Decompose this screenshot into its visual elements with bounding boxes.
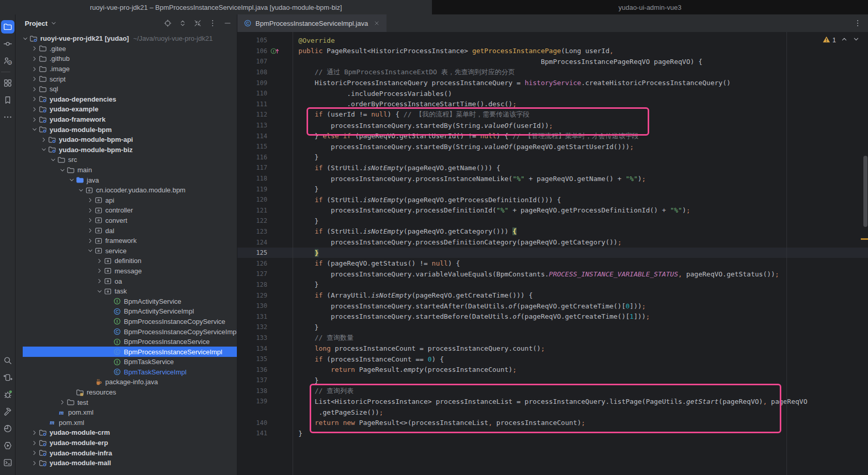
code-line-140[interactable]: 140 return new PageResult<>(processInsta… <box>237 417 868 428</box>
build-icon[interactable] <box>1 405 14 418</box>
profiler-icon[interactable] <box>1 422 14 435</box>
code-line-132[interactable]: 132 } <box>237 322 868 333</box>
tree-item-yudao-framework[interactable]: yudao-framework <box>15 114 237 125</box>
tree-item-bpmtaskservice[interactable]: IBpmTaskService <box>15 357 237 367</box>
code-line-124[interactable]: 124 processInstanceQuery.processDefiniti… <box>237 237 868 248</box>
chevron-down-icon[interactable] <box>50 20 57 27</box>
code-line-134[interactable]: 134 long processInstanceCount = processI… <box>237 343 868 354</box>
tree-item-bpmprocessinstanceserviceimpl[interactable]: CBpmProcessInstanceServiceImpl <box>15 347 237 357</box>
pull-requests-icon[interactable]: ? <box>1 54 14 68</box>
code-line-108[interactable]: 108 // 通过 BpmProcessInstanceExtDO 表，先查询到… <box>237 67 868 78</box>
error-stripe-warning-mark[interactable] <box>861 238 868 240</box>
bookmarks-icon[interactable] <box>1 93 14 107</box>
tree-item--gitee[interactable]: .gitee <box>15 44 237 54</box>
code-line-115[interactable]: 115 processInstanceQuery.startedBy(Strin… <box>237 141 868 152</box>
tree-item-pom-xml[interactable]: mpom.xml <box>15 418 237 428</box>
chevron-right-icon[interactable] <box>86 207 94 214</box>
tree-item-yudao-dependencies[interactable]: yudao-dependencies <box>15 94 237 105</box>
tree-item-convert[interactable]: convert <box>15 216 237 226</box>
tree-item-main[interactable]: main <box>15 165 237 175</box>
tree-item-yudao-module-bpm-api[interactable]: yudao-module-bpm-api <box>15 135 237 145</box>
chevron-right-icon[interactable] <box>30 449 39 456</box>
code-line-106[interactable]: 106I public PageResult<HistoricProcessIn… <box>237 46 868 57</box>
chevron-down-icon[interactable] <box>49 156 57 163</box>
tree-item-definition[interactable]: definition <box>15 256 237 266</box>
tree-item-resources[interactable]: resources <box>15 387 237 398</box>
code-line-110[interactable]: 110 .includeProcessVariables() <box>237 88 868 99</box>
code-line-129[interactable]: 129 if (ArrayUtil.isNotEmpty(pageReqVO.g… <box>237 290 868 301</box>
code-line-118[interactable]: 118 processInstanceQuery.processInstance… <box>237 173 868 184</box>
code-line-126[interactable]: 126 if (pageReqVO.getStatus() != null) { <box>237 258 868 269</box>
project-icon[interactable] <box>1 20 14 34</box>
tree-item-bpmprocessinstancecopyservice[interactable]: IBpmProcessInstanceCopyService <box>15 317 237 327</box>
code-line-136[interactable]: 136 return PageResult.empty(processInsta… <box>237 364 868 375</box>
expand-collapse-icon[interactable] <box>179 19 187 27</box>
tree-item-dal[interactable]: dal <box>15 225 237 236</box>
tree-item-yudao-example[interactable]: yudao-example <box>15 104 237 114</box>
code-line-116[interactable]: 116 } <box>237 152 868 163</box>
tree-item-package-info-java[interactable]: package-info.java <box>15 377 237 387</box>
tree-item-script[interactable]: script <box>15 74 237 84</box>
tree-item-yudao-module-mall[interactable]: yudao-module-mall <box>15 458 237 468</box>
chevron-right-icon[interactable] <box>30 55 39 62</box>
code-line-113[interactable]: 113 processInstanceQuery.startedBy(Strin… <box>237 120 868 131</box>
project-panel-title[interactable]: Project <box>25 20 47 27</box>
code-line-138[interactable]: 138 // 查询列表 <box>237 386 868 397</box>
tree-item-bpmactivityserviceimpl[interactable]: CBpmActivityServiceImpl <box>15 306 237 317</box>
tree-item-yudao-module-bpm-biz[interactable]: yudao-module-bpm-biz <box>15 145 237 155</box>
chevron-down-icon[interactable] <box>39 146 48 153</box>
hide-panel-icon[interactable] <box>223 19 232 27</box>
tree-item-yudao-module-crm[interactable]: yudao-module-crm <box>15 428 237 438</box>
code-line-123[interactable]: 123 if (StrUtil.isNotEmpty(pageReqVO.get… <box>237 226 868 237</box>
chevron-right-icon[interactable] <box>30 95 39 103</box>
tree-item-sql[interactable]: sql <box>15 84 237 94</box>
tree-item-src[interactable]: src <box>15 155 237 165</box>
tree-item-java[interactable]: java <box>15 175 237 185</box>
chevron-right-icon[interactable] <box>30 65 39 73</box>
tree-item-task[interactable]: task <box>15 286 237 297</box>
chevron-right-icon[interactable] <box>30 106 39 113</box>
chevron-right-icon[interactable] <box>86 237 94 244</box>
collapse-all-icon[interactable] <box>194 19 202 27</box>
chevron-down-icon[interactable] <box>76 187 85 194</box>
chevron-right-icon[interactable] <box>30 429 39 436</box>
chevron-right-icon[interactable] <box>30 439 39 447</box>
tree-item-oa[interactable]: oa <box>15 276 237 286</box>
code-line-120[interactable]: 120 if (StrUtil.isNotEmpty(pageReqVO.get… <box>237 194 868 205</box>
code-line-121[interactable]: 121 processInstanceQuery.processDefiniti… <box>237 205 868 216</box>
tree-item--github[interactable]: .github <box>15 54 237 64</box>
close-icon[interactable] <box>373 20 380 27</box>
tree-item-api[interactable]: api <box>15 195 237 206</box>
tree-item-bpmprocessinstancecopyserviceimpl[interactable]: CBpmProcessInstanceCopyServiceImpl <box>15 326 237 337</box>
tab-options-icon[interactable] <box>854 19 862 27</box>
tree-item-cn-iocoder-yudao-module-bpm[interactable]: cn.iocoder.yudao.module.bpm <box>15 185 237 195</box>
tree-item-message[interactable]: message <box>15 266 237 276</box>
structure-icon[interactable] <box>1 76 14 90</box>
chevron-right-icon[interactable] <box>30 460 39 467</box>
chevron-right-icon[interactable] <box>58 399 67 406</box>
chevron-right-icon[interactable] <box>30 45 39 52</box>
chevron-down-icon[interactable] <box>86 247 94 254</box>
search-icon[interactable] <box>1 354 14 367</box>
locate-file-icon[interactable] <box>164 19 172 27</box>
code-line-105[interactable]: 105 @Override <box>237 35 868 46</box>
code-line-117[interactable]: 117 if (StrUtil.isNotEmpty(pageReqVO.get… <box>237 162 868 173</box>
code-line-122[interactable]: 122 } <box>237 216 868 226</box>
chevron-right-icon[interactable] <box>39 136 48 143</box>
chevron-right-icon[interactable] <box>30 116 39 123</box>
code-line-125[interactable]: 125 } <box>237 248 868 258</box>
inspections-widget[interactable]: 1 <box>823 36 860 44</box>
chevron-right-icon[interactable] <box>95 277 104 285</box>
tree-item-bpmprocessinstanceservice[interactable]: IBpmProcessInstanceService <box>15 337 237 347</box>
tree-item--image[interactable]: .image <box>15 64 237 74</box>
code-line-119[interactable]: 119 } <box>237 184 868 194</box>
debug-icon[interactable] <box>1 388 14 401</box>
code-line-107[interactable]: 107 BpmProcessInstancePageReqVO pageReqV… <box>237 56 868 67</box>
tab-bpmprocessinstanceserviceimpl[interactable]: C BpmProcessInstanceServiceImpl.java <box>237 14 387 32</box>
chevron-right-icon[interactable] <box>86 196 94 204</box>
next-problem-icon[interactable] <box>853 36 860 44</box>
editor-scrollbar[interactable] <box>863 156 867 227</box>
implements-method-gutter-icon[interactable]: I <box>267 47 282 55</box>
panel-options-icon[interactable] <box>208 19 217 27</box>
tree-item-bpmtaskserviceimpl[interactable]: CBpmTaskServiceImpl <box>15 367 237 378</box>
